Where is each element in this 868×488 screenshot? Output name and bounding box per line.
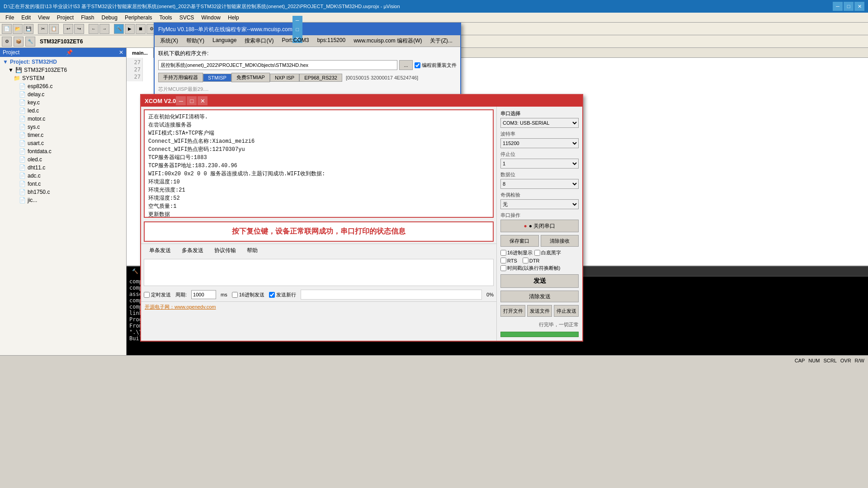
tree-delay[interactable]: 📄 delay.c <box>1 90 125 99</box>
flymcu-menu-about[interactable]: 关于(Z)... <box>426 36 456 46</box>
xcom-close[interactable]: ✕ <box>198 96 208 105</box>
xcom-send-file-btn[interactable]: 发送文件 <box>527 305 552 317</box>
xcom-dtr-checkbox[interactable] <box>523 258 528 263</box>
flymcu-reload-label[interactable]: 编程前重装文件 <box>415 62 457 69</box>
cut-btn[interactable]: ✂ <box>38 24 48 34</box>
xcom-rts-label[interactable]: RTS <box>500 258 517 263</box>
new-btn[interactable]: 📄 <box>2 24 12 34</box>
project-panel-pin[interactable]: 📌 <box>66 49 73 56</box>
xcom-tab-protocol[interactable]: 协议传输 <box>209 246 241 255</box>
tree-motor[interactable]: 📄 motor.c <box>1 115 125 123</box>
xcom-clear-send-btn[interactable]: 清除发送 <box>500 291 579 302</box>
tree-jic[interactable]: 📄 jic... <box>1 196 125 204</box>
xcom-send-content-input[interactable] <box>301 290 482 300</box>
xcom-newline-label[interactable]: 发送新行 <box>269 291 296 298</box>
maximize-button[interactable]: □ <box>844 2 854 11</box>
tree-oled[interactable]: 📄 oled.c <box>1 155 125 164</box>
xcom-port-toggle-btn[interactable]: ● ● 关闭串口 <box>500 220 579 232</box>
tree-dht11[interactable]: 📄 dht11.c <box>1 164 125 172</box>
tree-adc[interactable]: 📄 adc.c <box>1 172 125 180</box>
build-btn[interactable]: 🔨 <box>114 24 124 34</box>
xcom-clear-recv-btn[interactable]: 清除接收 <box>541 235 579 247</box>
tree-sys[interactable]: 📄 sys.c <box>1 123 125 131</box>
xcom-white-bg-label[interactable]: 白底黑字 <box>534 249 561 256</box>
xcom-send-input[interactable] <box>144 259 494 286</box>
xcom-dtr-label[interactable]: DTR <box>523 258 540 263</box>
flymcu-menu-system[interactable]: 系统(X) <box>156 36 182 46</box>
xcom-source-link[interactable]: 开源电子网：www.openedv.com <box>145 304 216 310</box>
xcom-tab-help[interactable]: 帮助 <box>241 246 263 255</box>
tree-bh1750[interactable]: 📄 bh1750.c <box>1 188 125 196</box>
xcom-stop-select[interactable]: 1 <box>500 159 579 169</box>
save-btn[interactable]: 💾 <box>24 24 33 34</box>
xcom-hex-display-label[interactable]: 16进制显示 <box>500 249 533 256</box>
xcom-timestamp-label[interactable]: 时间戳(以换行符换断帧) <box>500 265 579 272</box>
open-btn[interactable]: 📂 <box>13 24 23 34</box>
xcom-period-input[interactable] <box>191 290 216 299</box>
xcom-timestamp-checkbox[interactable] <box>500 265 506 271</box>
flymcu-tab-nxp[interactable]: NXP ISP <box>270 74 299 82</box>
xcom-tab-multi[interactable]: 多条发送 <box>176 246 209 255</box>
flymcu-menu-bps[interactable]: bps:115200 <box>313 36 349 46</box>
flymcu-menu-port[interactable]: Port:COM3 <box>278 36 312 46</box>
flymcu-minimize[interactable]: ─ <box>292 16 302 25</box>
xcom-white-bg-checkbox[interactable] <box>534 250 540 256</box>
flymcu-tab-handheld[interactable]: 手持万用编程器 <box>158 73 203 82</box>
xcom-parity-select[interactable]: 无 <box>500 199 579 209</box>
xcom-tab-single[interactable]: 单条发送 <box>144 246 176 255</box>
flymcu-file-input[interactable] <box>158 60 397 70</box>
xcom-save-btn[interactable]: 保存窗口 <box>500 235 539 247</box>
flymcu-tab-stmiap[interactable]: 免费STMIAP <box>231 73 270 82</box>
flymcu-menu-help[interactable]: 帮助(Y) <box>183 36 208 46</box>
tree-key[interactable]: 📄 key.c <box>1 99 125 107</box>
copy-btn[interactable]: 📋 <box>49 24 59 34</box>
flymcu-menu-language[interactable]: Language <box>209 36 240 46</box>
xcom-timer-send-label[interactable]: 定时发送 <box>144 291 171 298</box>
xcom-baud-select[interactable]: 115200 <box>500 138 579 148</box>
xcom-timer-send-checkbox[interactable] <box>144 292 150 298</box>
xcom-hex-display-checkbox[interactable] <box>500 250 506 256</box>
xcom-minimize[interactable]: ─ <box>176 96 186 105</box>
tree-usart[interactable]: 📄 usart.c <box>1 139 125 147</box>
xcom-open-file-btn[interactable]: 打开文件 <box>500 305 525 317</box>
project-panel-close[interactable]: ✕ <box>119 49 123 56</box>
tree-project-root[interactable]: ▼ Project: STM32HD <box>1 58 125 66</box>
tb2-btn3[interactable]: 🔧 <box>25 37 35 47</box>
flymcu-menu-programmer[interactable]: www.mcuisp.com 编程器(W) <box>350 36 425 46</box>
tb2-btn1[interactable]: ⚙ <box>2 37 12 47</box>
xcom-stop-send-btn[interactable]: 停止发送 <box>554 305 579 317</box>
menu-view[interactable]: View <box>34 14 53 22</box>
flymcu-maximize[interactable]: □ <box>292 25 302 34</box>
flymcu-reload-checkbox[interactable] <box>415 62 420 68</box>
tree-led[interactable]: 📄 led.c <box>1 107 125 115</box>
minimize-button[interactable]: ─ <box>833 2 843 11</box>
tb2-btn2[interactable]: 📦 <box>14 37 24 47</box>
tree-font[interactable]: 📄 font.c <box>1 180 125 188</box>
redo-btn[interactable]: ↪ <box>74 24 84 34</box>
close-button[interactable]: ✕ <box>854 2 864 11</box>
menu-tools[interactable]: Tools <box>156 14 176 22</box>
menu-help[interactable]: Help <box>224 14 243 22</box>
xcom-data-select[interactable]: 8 <box>500 179 579 189</box>
xcom-hex-send-checkbox[interactable] <box>232 292 238 298</box>
flymcu-tab-ep968[interactable]: EP968_RS232 <box>299 74 342 82</box>
menu-edit[interactable]: Edit <box>18 14 34 22</box>
xcom-send-btn[interactable]: 发送 <box>500 274 579 288</box>
flymcu-menu-search[interactable]: 搜索串口(V) <box>241 36 277 46</box>
tree-esp8266[interactable]: 📄 esp8266.c <box>1 82 125 90</box>
menu-debug[interactable]: Debug <box>98 14 121 22</box>
run-btn[interactable]: ▶ <box>125 24 135 34</box>
tree-fontdata[interactable]: 📄 fontdata.c <box>1 147 125 155</box>
tree-mcu[interactable]: ▼ 💾 STM32F103ZET6 <box>1 66 125 74</box>
xcom-port-select[interactable]: COM3: USB-SERIAL <box>500 118 579 128</box>
flymcu-browse-btn[interactable]: ... <box>399 60 413 70</box>
flymcu-tab-stmisp[interactable]: STMISP <box>203 74 231 82</box>
menu-svcs[interactable]: SVCS <box>176 14 198 22</box>
xcom-maximize[interactable]: □ <box>187 96 197 105</box>
tree-system-folder[interactable]: 📁 SYSTEM <box>1 74 125 82</box>
menu-flash[interactable]: Flash <box>77 14 98 22</box>
menu-window[interactable]: Window <box>198 14 224 22</box>
back-btn[interactable]: ← <box>89 24 99 34</box>
tab-main[interactable]: main... <box>127 48 154 58</box>
fwd-btn[interactable]: → <box>99 24 109 34</box>
